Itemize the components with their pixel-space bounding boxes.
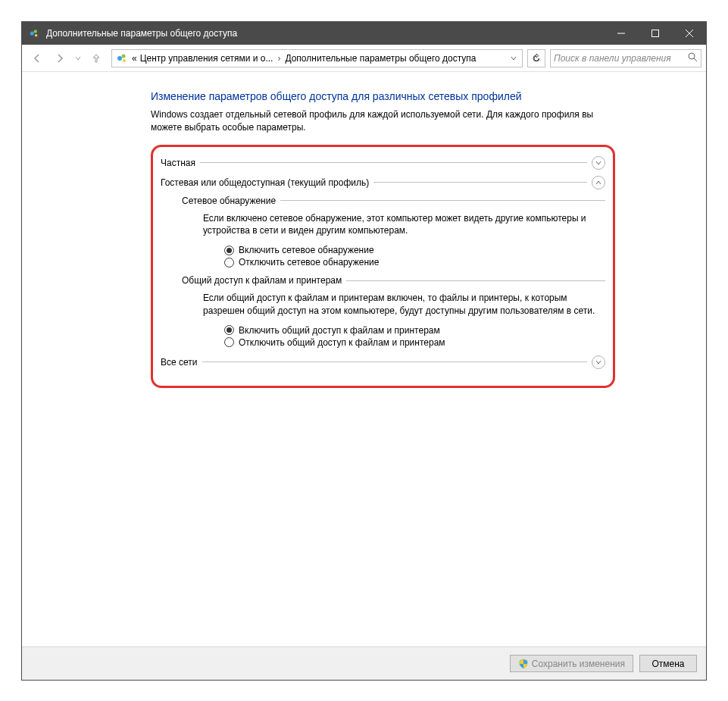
svg-point-2 <box>35 34 38 37</box>
window-frame: Дополнительные параметры общего доступа <box>21 21 707 681</box>
profile-private-label: Частная <box>161 158 200 168</box>
titlebar: Дополнительные параметры общего доступа <box>22 22 706 45</box>
breadcrumb-separator: › <box>274 53 283 64</box>
search-icon <box>688 52 698 64</box>
radio-label: Отключить сетевое обнаружение <box>239 257 379 268</box>
shield-icon <box>518 659 529 669</box>
expand-icon[interactable] <box>592 355 605 369</box>
cancel-button[interactable]: Отмена <box>639 655 697 672</box>
up-button[interactable] <box>86 48 107 69</box>
cancel-button-label: Отмена <box>651 659 684 669</box>
breadcrumb-item[interactable]: Дополнительные параметры общего доступа <box>283 53 477 64</box>
section-title: Сетевое обнаружение <box>182 196 280 206</box>
navigation-bar: « Центр управления сетями и о... › Допол… <box>22 45 706 72</box>
radio-file-sharing-off[interactable]: Отключить общий доступ к файлам и принте… <box>224 337 605 348</box>
collapse-icon[interactable] <box>592 176 605 189</box>
page-heading: Изменение параметров общего доступа для … <box>151 90 706 102</box>
svg-point-10 <box>689 53 695 59</box>
address-dropdown[interactable] <box>507 50 520 67</box>
refresh-button[interactable] <box>527 49 545 67</box>
radio-label: Включить сетевое обнаружение <box>239 245 374 255</box>
breadcrumb-prefix: « <box>130 53 139 64</box>
back-button[interactable] <box>27 48 48 69</box>
expand-icon[interactable] <box>592 156 605 170</box>
section-description: Если включено сетевое обнаружение, этот … <box>203 212 605 238</box>
profile-guest-header[interactable]: Гостевая или общедоступная (текущий проф… <box>161 176 605 189</box>
svg-line-11 <box>694 58 697 61</box>
profile-guest-label: Гостевая или общедоступная (текущий проф… <box>161 177 373 188</box>
svg-point-1 <box>34 30 37 33</box>
section-title: Общий доступ к файлам и принтерам <box>182 275 346 286</box>
svg-point-7 <box>117 56 122 61</box>
svg-point-9 <box>123 59 126 62</box>
content-area: Изменение параметров общего доступа для … <box>22 72 706 646</box>
radio-icon <box>224 337 234 347</box>
forward-button[interactable] <box>49 48 70 69</box>
footer-bar: Сохранить изменения Отмена <box>22 646 706 680</box>
network-icon <box>115 52 129 65</box>
section-description: Если общий доступ к файлам и принтерам в… <box>203 292 605 318</box>
search-input[interactable]: Поиск в панели управления <box>550 49 701 67</box>
breadcrumb-item[interactable]: Центр управления сетями и о... <box>139 53 275 64</box>
svg-point-0 <box>30 31 34 35</box>
radio-file-sharing-on[interactable]: Включить общий доступ к файлам и принтер… <box>224 325 605 336</box>
history-dropdown[interactable] <box>72 48 84 69</box>
window-title: Дополнительные параметры общего доступа <box>46 28 604 39</box>
save-button[interactable]: Сохранить изменения <box>510 655 633 672</box>
section-file-sharing: Общий доступ к файлам и принтерам Если о… <box>182 275 605 348</box>
radio-icon <box>224 325 234 335</box>
radio-icon <box>224 246 234 255</box>
radio-network-discovery-on[interactable]: Включить сетевое обнаружение <box>224 245 605 255</box>
radio-label: Включить общий доступ к файлам и принтер… <box>239 325 440 336</box>
svg-point-8 <box>122 54 126 58</box>
page-description: Windows создает отдельный сетевой профил… <box>151 108 615 134</box>
radio-icon <box>224 258 234 268</box>
profile-all-header[interactable]: Все сети <box>161 355 605 369</box>
close-button[interactable] <box>672 22 706 45</box>
radio-network-discovery-off[interactable]: Отключить сетевое обнаружение <box>224 257 605 268</box>
profile-all-label: Все сети <box>161 357 202 368</box>
address-bar[interactable]: « Центр управления сетями и о... › Допол… <box>111 49 523 67</box>
search-placeholder: Поиск в панели управления <box>554 53 688 64</box>
app-icon <box>28 27 40 39</box>
svg-rect-4 <box>651 30 658 37</box>
profile-private-header[interactable]: Частная <box>161 156 605 170</box>
highlighted-region: Частная Гостевая или общедоступная (теку… <box>151 145 615 388</box>
section-network-discovery: Сетевое обнаружение Если включено сетево… <box>182 196 605 268</box>
minimize-button[interactable] <box>604 22 638 45</box>
maximize-button[interactable] <box>638 22 672 45</box>
radio-label: Отключить общий доступ к файлам и принте… <box>239 337 445 348</box>
save-button-label: Сохранить изменения <box>532 659 625 669</box>
